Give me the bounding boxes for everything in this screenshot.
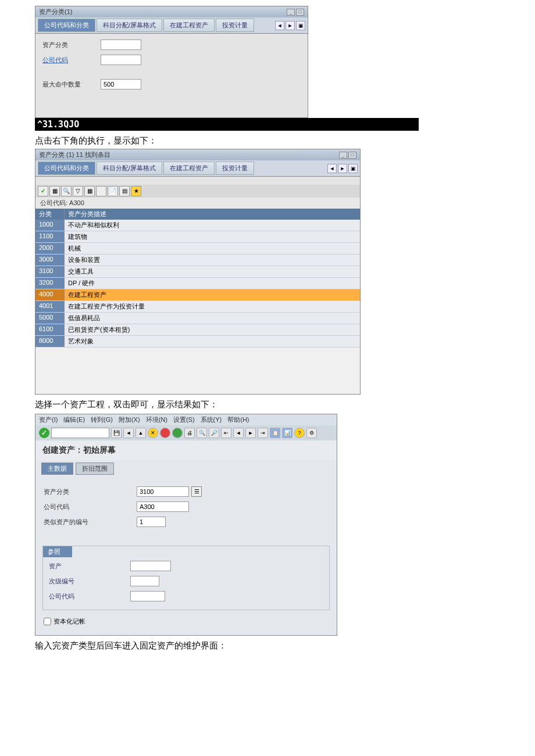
company-code-input[interactable] — [101, 55, 141, 65]
menu-environment[interactable]: 环境(N) — [146, 415, 167, 424]
find-icon[interactable]: 🔍 — [61, 186, 72, 196]
fav-icon[interactable]: ★ — [131, 186, 141, 196]
create-icon[interactable]: 📋 — [270, 428, 280, 438]
stop-icon[interactable] — [160, 428, 170, 438]
menu-help[interactable]: 帮助(H) — [227, 415, 249, 424]
export-icon[interactable]: 📄 — [108, 186, 118, 196]
similar-asset-input[interactable] — [137, 517, 166, 527]
cell-desc: 已租赁资产(资本租赁) — [65, 324, 360, 335]
sort-asc-icon[interactable]: ▦ — [49, 186, 60, 196]
table-row[interactable]: 3000设备和装置 — [35, 255, 360, 266]
config-icon[interactable]: ⚙ — [306, 428, 317, 438]
print-icon[interactable]: ▤ — [119, 186, 130, 196]
asset-class-input[interactable] — [137, 486, 189, 497]
subtab-master-data[interactable]: 主数据 — [41, 463, 73, 475]
ref-asset-label: 资产 — [49, 562, 130, 571]
tab-company-code-class[interactable]: 公司代码和分类 — [38, 162, 95, 175]
table-row[interactable]: 3100交通工具 — [35, 266, 360, 278]
doc-text-1: 点击右下角的执行，显示如下： — [35, 135, 535, 146]
ok-icon[interactable] — [172, 428, 183, 438]
table-row[interactable]: 8000艺术对象 — [35, 336, 360, 347]
subtab-depreciation[interactable]: 折旧范围 — [76, 463, 114, 475]
cell-class: 3100 — [35, 266, 65, 277]
detail-icon[interactable] — [96, 186, 106, 196]
table-row[interactable]: 1100建筑物 — [35, 231, 360, 243]
app-toolbar: ✓ 💾 ◄ ▲ ✕ 🖨 🔍 🔎 ⇤ ◄ ► ⇥ 📋 📊 ? ⚙ — [35, 425, 337, 440]
prev-icon[interactable]: ◄ — [275, 21, 284, 30]
list-icon[interactable]: ▣ — [348, 164, 358, 173]
company-code-label: 公司代码 — [44, 503, 137, 511]
asset-class-search-window: 资产分类(1) _ □ 公司代码和分类 科目分配/屏幕格式 在建工程资产 投资计… — [35, 6, 308, 118]
asset-class-input[interactable] — [101, 40, 141, 50]
company-code-input[interactable] — [137, 501, 189, 512]
cell-class: 1100 — [35, 231, 65, 242]
f4-help-icon[interactable]: ☰ — [191, 486, 202, 497]
back-icon[interactable]: ◄ — [123, 428, 134, 438]
tab-account-screen[interactable]: 科目分配/屏幕格式 — [97, 19, 162, 32]
ref-subnumber-input[interactable] — [130, 576, 159, 586]
doc-text-2: 选择一个资产工程，双击即可，显示结果如下： — [35, 399, 535, 410]
table-row[interactable]: 3200DP / 硬件 — [35, 278, 360, 289]
restore-icon[interactable]: □ — [348, 152, 356, 159]
filter-icon[interactable]: ▽ — [73, 186, 83, 196]
print-icon[interactable]: 🖨 — [184, 428, 195, 438]
lastpage-icon[interactable]: ⇥ — [258, 428, 268, 438]
check-icon[interactable]: ✓ — [38, 186, 48, 196]
capitalize-checkbox[interactable] — [44, 618, 51, 625]
menu-settings[interactable]: 设置(S) — [173, 415, 195, 424]
minimize-icon[interactable]: _ — [287, 9, 295, 16]
max-hits-input[interactable] — [101, 79, 141, 89]
tab-account-screen[interactable]: 科目分配/屏幕格式 — [97, 162, 162, 175]
table-row[interactable]: 4000在建工程资产 — [35, 289, 360, 301]
prev-icon[interactable]: ◄ — [327, 164, 337, 173]
menu-asset[interactable]: 资产(I) — [39, 415, 58, 424]
cell-class: 4001 — [35, 301, 65, 312]
ref-asset-input[interactable] — [130, 561, 171, 571]
next-icon[interactable]: ► — [338, 164, 347, 173]
menu-extras[interactable]: 附加(X) — [119, 415, 140, 424]
table-row[interactable]: 1000不动产和相似权利 — [35, 220, 360, 231]
findnext-icon[interactable]: 🔎 — [209, 428, 219, 438]
menu-edit[interactable]: 编辑(E) — [63, 415, 85, 424]
exit-icon[interactable]: ▲ — [135, 428, 146, 438]
window-buttons: _ □ — [339, 152, 356, 159]
tab-auc[interactable]: 在建工程资产 — [163, 19, 215, 32]
find-icon[interactable]: 🔍 — [197, 428, 207, 438]
save-icon[interactable]: 💾 — [111, 428, 122, 438]
table-row[interactable]: 4001在建工程资产作为投资计量 — [35, 301, 360, 313]
overview-icon[interactable]: 📊 — [282, 428, 293, 438]
table-row[interactable]: 2000机械 — [35, 243, 360, 255]
help-icon[interactable]: ? — [294, 428, 305, 438]
cell-desc: 在建工程资产 — [65, 289, 360, 300]
reference-group-title: 参照 — [43, 546, 72, 557]
company-code-label[interactable]: 公司代码 — [42, 56, 101, 65]
cell-desc: 交通工具 — [65, 266, 360, 277]
menu-system[interactable]: 系统(Y) — [201, 415, 222, 424]
nextpage-icon[interactable]: ► — [245, 428, 256, 438]
ref-company-code-input[interactable] — [130, 591, 165, 601]
tab-company-code-class[interactable]: 公司代码和分类 — [38, 19, 95, 32]
table-row[interactable]: 5000低值易耗品 — [35, 313, 360, 324]
tab-auc[interactable]: 在建工程资产 — [163, 162, 215, 175]
cell-class: 4000 — [35, 289, 65, 300]
layout-icon[interactable]: ▦ — [84, 186, 95, 196]
next-icon[interactable]: ► — [286, 21, 295, 30]
tab-investment[interactable]: 投资计量 — [216, 162, 254, 175]
cell-desc: 不动产和相似权利 — [65, 220, 360, 231]
prevpage-icon[interactable]: ◄ — [233, 428, 244, 438]
restore-icon[interactable]: □ — [296, 9, 304, 16]
command-input[interactable] — [51, 428, 109, 438]
table-row[interactable]: 6100已租赁资产(资本租赁) — [35, 324, 360, 336]
minimize-icon[interactable]: _ — [339, 152, 347, 159]
menu-goto[interactable]: 转到(G) — [91, 415, 113, 424]
grid-header: 分类 资产分类描述 — [35, 209, 360, 220]
tab-investment[interactable]: 投资计量 — [216, 19, 254, 32]
search-form: 资产分类 公司代码 最大命中数量 — [35, 34, 308, 117]
list-icon[interactable]: ▣ — [296, 21, 305, 30]
firstpage-icon[interactable]: ⇤ — [221, 428, 231, 438]
titlebar: 资产分类(1) _ □ — [35, 6, 308, 17]
cell-desc: 低值易耗品 — [65, 313, 360, 324]
initial-form: 资产分类 ☰ 公司代码 类似资产的编号 — [35, 477, 337, 541]
enter-icon[interactable]: ✓ — [39, 428, 49, 438]
cancel-icon[interactable]: ✕ — [148, 428, 158, 438]
